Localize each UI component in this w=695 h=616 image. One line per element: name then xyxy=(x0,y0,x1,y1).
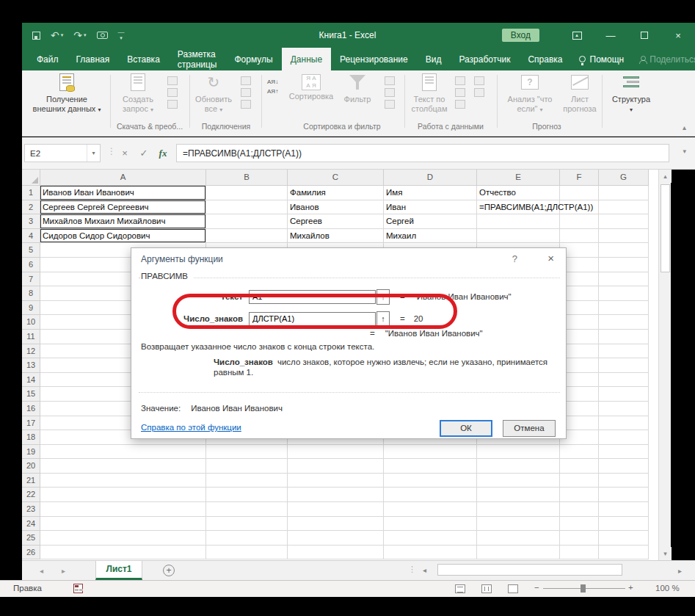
cell-C21[interactable] xyxy=(288,474,384,488)
row-header-9[interactable]: 9 xyxy=(22,301,40,316)
assistant-button[interactable]: Помощн xyxy=(572,48,632,70)
cell-B4[interactable] xyxy=(206,229,288,244)
outline-button[interactable]: Структура▾ xyxy=(608,73,655,115)
expand-formula-bar-icon[interactable]: ▾ xyxy=(683,148,686,155)
cell-D19[interactable] xyxy=(384,445,477,460)
zoom-slider-thumb[interactable] xyxy=(581,584,586,593)
cell-G23[interactable] xyxy=(599,502,649,517)
row-header-2[interactable]: 2 xyxy=(22,200,40,215)
row-header-17[interactable]: 17 xyxy=(22,416,40,431)
tab-review[interactable]: Рецензирование xyxy=(331,48,417,70)
cell-C22[interactable] xyxy=(288,488,384,502)
zoom-out-button[interactable]: − xyxy=(534,583,539,592)
row-header-10[interactable]: 10 xyxy=(22,315,40,330)
cell-B26[interactable] xyxy=(206,546,288,560)
cell-F26[interactable] xyxy=(560,546,599,560)
cell-B22[interactable] xyxy=(206,488,288,502)
add-sheet-button[interactable]: + xyxy=(163,565,175,576)
column-header-E[interactable]: E xyxy=(477,170,560,186)
cell-C3[interactable]: Сергеев xyxy=(288,214,384,229)
row-header-13[interactable]: 13 xyxy=(22,358,40,373)
cell-F23[interactable] xyxy=(560,502,599,517)
row-header-23[interactable]: 23 xyxy=(22,502,40,517)
row-header-4[interactable]: 4 xyxy=(22,229,40,244)
row-header-18[interactable]: 18 xyxy=(22,430,40,445)
sign-in-button[interactable]: Вход xyxy=(502,29,539,42)
cell-F25[interactable] xyxy=(560,531,599,546)
row-header-3[interactable]: 3 xyxy=(22,214,40,229)
cell-G12[interactable] xyxy=(599,344,649,359)
cell-D21[interactable] xyxy=(384,474,477,488)
row-header-1[interactable]: 1 xyxy=(22,186,40,200)
tab-help[interactable]: Справка xyxy=(519,48,571,70)
cell-E19[interactable] xyxy=(477,445,560,460)
cell-G15[interactable] xyxy=(599,387,649,402)
row-header-8[interactable]: 8 xyxy=(22,286,40,301)
cancel-entry-button[interactable]: × xyxy=(116,144,134,162)
vertical-scrollbar[interactable]: ▴ ▾ xyxy=(658,170,671,560)
cell-G13[interactable] xyxy=(599,358,649,373)
horizontal-scrollbar-thumb[interactable] xyxy=(437,564,622,576)
cell-D23[interactable] xyxy=(384,502,477,517)
tab-bar-splitter[interactable]: ⋮ xyxy=(408,565,416,574)
cell-D4[interactable]: Михаил xyxy=(384,229,477,244)
cell-A3[interactable]: Михайлов Михаил Михайлович xyxy=(40,214,206,229)
name-box-dropdown-icon[interactable]: ▾ xyxy=(87,145,100,162)
previous-sheet-icon[interactable]: ◂ xyxy=(40,567,43,575)
cell-G1[interactable] xyxy=(599,186,649,200)
cell-A1[interactable]: Иванов Иван Иванович xyxy=(40,186,206,200)
cell-F3[interactable] xyxy=(560,214,599,229)
cell-A23[interactable] xyxy=(40,502,206,517)
sheet-tab-list1[interactable]: Лист1 xyxy=(95,561,142,580)
cell-E1[interactable]: Отчество xyxy=(477,186,560,200)
cell-D26[interactable] xyxy=(384,546,477,560)
scroll-left-icon[interactable]: ◂ xyxy=(423,563,426,577)
cell-D22[interactable] xyxy=(384,488,477,502)
cell-E3[interactable] xyxy=(477,214,560,229)
cell-G20[interactable] xyxy=(599,459,649,474)
column-header-C[interactable]: C xyxy=(288,170,384,186)
cell-F24[interactable] xyxy=(560,517,599,532)
cell-A22[interactable] xyxy=(40,488,206,502)
enter-entry-button[interactable]: ✓ xyxy=(135,144,153,162)
row-header-19[interactable]: 19 xyxy=(22,445,40,460)
cell-C19[interactable] xyxy=(288,445,384,460)
scroll-down-icon[interactable]: ▾ xyxy=(659,547,672,560)
cell-C20[interactable] xyxy=(288,459,384,474)
cell-G9[interactable] xyxy=(599,301,649,316)
sort-descending-icon[interactable]: АЯ↑ xyxy=(267,89,278,95)
dialog-help-button[interactable]: ? xyxy=(512,253,517,264)
get-external-data-button[interactable]: Получениевнешних данных ▾ xyxy=(26,73,107,115)
tab-developer[interactable]: Разработчик xyxy=(450,48,519,70)
cell-G18[interactable] xyxy=(599,430,649,445)
row-header-20[interactable]: 20 xyxy=(22,459,40,474)
cell-A25[interactable] xyxy=(40,531,206,546)
cell-D20[interactable] xyxy=(384,459,477,474)
cell-D1[interactable]: Имя xyxy=(384,186,477,200)
cell-D3[interactable]: Сергей xyxy=(384,214,477,229)
row-header-21[interactable]: 21 xyxy=(22,474,40,488)
ok-button[interactable]: ОК xyxy=(440,420,492,437)
cell-D2[interactable]: Иван xyxy=(384,200,477,215)
cell-B25[interactable] xyxy=(206,531,288,546)
cell-G14[interactable] xyxy=(599,373,649,388)
next-sheet-icon[interactable]: ▸ xyxy=(62,567,65,575)
cell-B19[interactable] xyxy=(206,445,288,460)
maximize-button[interactable] xyxy=(627,23,661,48)
column-header-G[interactable]: G xyxy=(599,170,649,186)
cell-G21[interactable] xyxy=(599,474,649,488)
row-header-26[interactable]: 26 xyxy=(22,546,40,560)
cell-F22[interactable] xyxy=(560,488,599,502)
insert-function-button[interactable]: fx xyxy=(154,144,172,162)
cell-F1[interactable] xyxy=(560,186,599,200)
cell-C23[interactable] xyxy=(288,502,384,517)
function-help-link[interactable]: Справка по этой функции xyxy=(141,423,241,432)
cell-G5[interactable] xyxy=(599,243,649,258)
collapse-dialog-button[interactable]: ↑ xyxy=(376,311,390,327)
page-layout-view-button[interactable] xyxy=(481,584,492,593)
cell-E25[interactable] xyxy=(477,531,560,546)
collapse-ribbon-button[interactable]: ▴ xyxy=(683,123,686,131)
cell-B20[interactable] xyxy=(206,459,288,474)
cell-G22[interactable] xyxy=(599,488,649,502)
zoom-in-button[interactable]: + xyxy=(628,583,633,592)
